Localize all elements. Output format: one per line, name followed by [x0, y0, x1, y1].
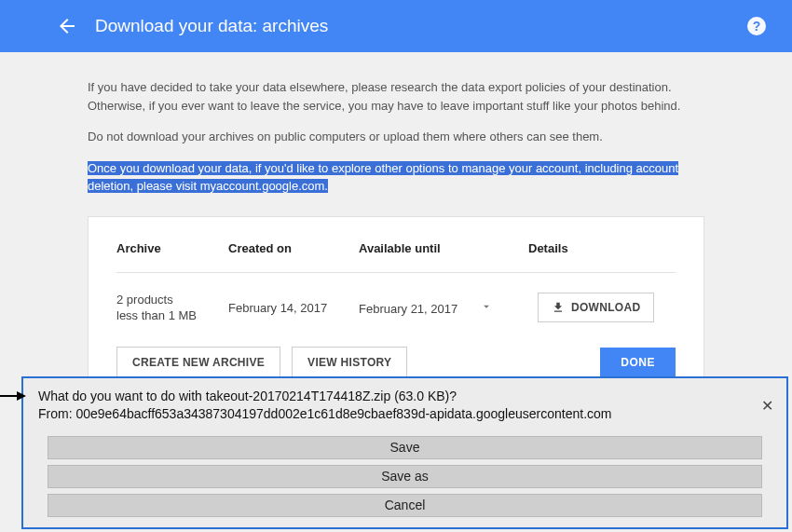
- dialog-from: From: 00e9e64bacff653a34387304197dd002e1…: [38, 405, 772, 423]
- dialog-question: What do you want to do with takeout-2017…: [38, 388, 772, 405]
- download-icon: [552, 301, 565, 314]
- table-header: Archive Created on Available until Detai…: [116, 241, 676, 273]
- col-header-archive: Archive: [116, 241, 228, 255]
- dialog-buttons: Save Save as Cancel: [38, 436, 772, 517]
- back-arrow-icon[interactable]: [56, 15, 78, 37]
- intro-paragraph-1: If you have decided to take your data el…: [88, 78, 704, 115]
- col-header-details: Details: [528, 241, 676, 255]
- page-title: Download your data: archives: [95, 16, 745, 36]
- svg-marker-3: [17, 391, 26, 401]
- annotation-arrow-icon: [0, 388, 26, 404]
- archive-line2: less than 1 MB: [116, 307, 228, 324]
- card-actions: CREATE NEW ARCHIVE VIEW HISTORY DONE: [116, 347, 676, 378]
- download-button[interactable]: DOWNLOAD: [538, 293, 654, 322]
- available-text: February 21, 2017: [359, 302, 457, 316]
- available-cell: February 21, 2017: [359, 300, 528, 316]
- table-row: 2 products less than 1 MB February 14, 2…: [116, 292, 676, 324]
- save-button[interactable]: Save: [48, 436, 762, 459]
- highlighted-text: Once you download your data, if you'd li…: [88, 161, 678, 194]
- cancel-button[interactable]: Cancel: [48, 494, 762, 517]
- view-history-button[interactable]: VIEW HISTORY: [292, 347, 407, 378]
- done-button[interactable]: DONE: [600, 348, 676, 377]
- intro-paragraph-3: Once you download your data, if you'd li…: [88, 159, 704, 196]
- details-cell: DOWNLOAD: [528, 293, 676, 322]
- intro-paragraph-2: Do not download your archives on public …: [88, 128, 704, 146]
- app-header: Download your data: archives ?: [0, 0, 792, 52]
- content-area: If you have decided to take your data el…: [0, 52, 792, 398]
- download-label: DOWNLOAD: [571, 301, 640, 314]
- chevron-down-icon[interactable]: [480, 300, 493, 316]
- archive-cell: 2 products less than 1 MB: [116, 292, 228, 324]
- create-archive-button[interactable]: CREATE NEW ARCHIVE: [116, 347, 280, 378]
- col-header-available: Available until: [359, 241, 528, 255]
- help-icon[interactable]: ?: [745, 15, 768, 37]
- archive-card: Archive Created on Available until Detai…: [88, 216, 704, 398]
- col-header-created: Created on: [228, 241, 359, 255]
- save-as-button[interactable]: Save as: [48, 465, 762, 488]
- svg-text:?: ?: [753, 19, 761, 34]
- archive-line1: 2 products: [116, 292, 228, 308]
- close-icon[interactable]: ✕: [761, 397, 773, 415]
- download-prompt-dialog: ✕ What do you want to do with takeout-20…: [21, 376, 788, 529]
- created-cell: February 14, 2017: [228, 301, 359, 315]
